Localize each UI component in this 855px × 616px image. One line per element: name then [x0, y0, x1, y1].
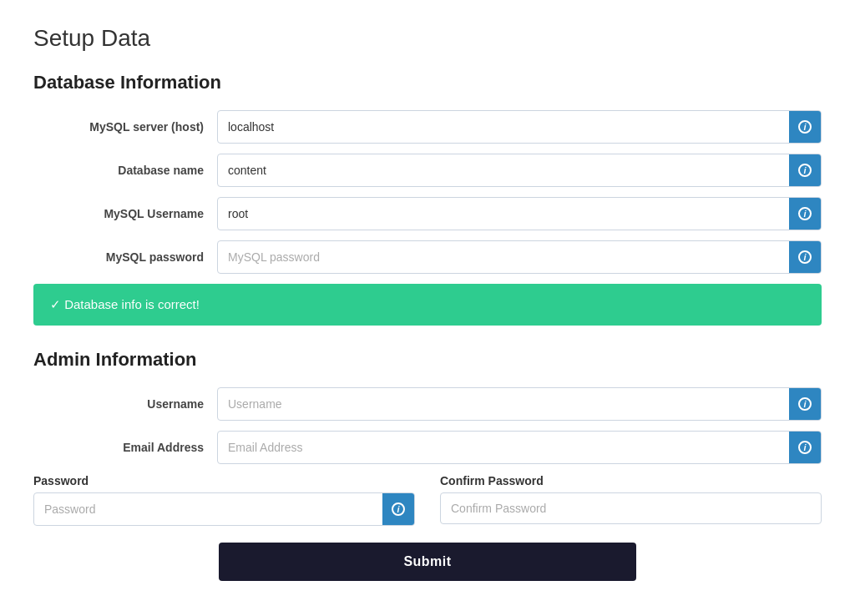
password-label: Password	[33, 474, 415, 487]
db-field-row-mysql-username: MySQL Usernamei	[33, 197, 822, 230]
db-info-button-mysql-username[interactable]: i	[789, 198, 821, 230]
db-input-mysql-username[interactable]	[218, 199, 789, 229]
info-icon: i	[798, 207, 812, 220]
db-field-row-mysql-password: MySQL passwordi	[33, 240, 822, 274]
db-input-wrapper-database-name: i	[217, 154, 822, 187]
password-info-button[interactable]: i	[382, 493, 414, 525]
db-input-wrapper-mysql-password: i	[217, 240, 822, 274]
db-input-wrapper-mysql-host: i	[217, 110, 822, 144]
confirm-password-label: Confirm Password	[440, 474, 822, 487]
db-info-button-mysql-password[interactable]: i	[789, 241, 821, 273]
info-icon: i	[798, 250, 812, 264]
admin-section: Admin Information UsernameiEmail Address…	[33, 349, 822, 526]
db-input-mysql-host[interactable]	[218, 112, 789, 142]
admin-info-button-admin-username[interactable]: i	[789, 388, 821, 420]
db-label-database-name: Database name	[33, 164, 217, 177]
info-icon: i	[798, 397, 812, 411]
password-input-wrapper: i	[33, 492, 415, 526]
database-section: Database Information MySQL server (host)…	[33, 72, 822, 326]
confirm-password-col: Confirm Password	[440, 474, 822, 526]
admin-label-admin-email: Email Address	[33, 441, 217, 454]
db-input-database-name[interactable]	[218, 155, 789, 185]
db-info-button-database-name[interactable]: i	[789, 154, 821, 186]
db-label-mysql-username: MySQL Username	[33, 207, 217, 220]
admin-input-wrapper-admin-email: i	[217, 431, 822, 464]
admin-input-wrapper-admin-username: i	[217, 387, 822, 421]
db-label-mysql-host: MySQL server (host)	[33, 120, 217, 134]
db-label-mysql-password: MySQL password	[33, 250, 217, 264]
database-success-banner: ✓ Database info is correct!	[33, 284, 822, 326]
admin-field-row-admin-email: Email Addressi	[33, 431, 822, 464]
submit-row: Submit	[33, 543, 822, 581]
admin-label-admin-username: Username	[33, 397, 217, 411]
password-row: Password i Confirm Password	[33, 474, 822, 526]
admin-info-button-admin-email[interactable]: i	[789, 432, 821, 463]
db-field-row-mysql-host: MySQL server (host)i	[33, 110, 822, 144]
db-info-button-mysql-host[interactable]: i	[789, 111, 821, 143]
admin-input-admin-email[interactable]	[218, 432, 789, 462]
submit-button[interactable]: Submit	[219, 543, 636, 581]
admin-field-row-admin-username: Usernamei	[33, 387, 822, 421]
admin-section-title: Admin Information	[33, 349, 822, 371]
database-section-title: Database Information	[33, 72, 822, 93]
page-title: Setup Data	[33, 25, 822, 52]
db-input-mysql-password[interactable]	[218, 242, 789, 272]
confirm-password-input-wrapper	[440, 492, 822, 524]
db-input-wrapper-mysql-username: i	[217, 197, 822, 230]
confirm-password-input[interactable]	[441, 493, 821, 523]
info-icon: i	[798, 120, 812, 134]
admin-input-admin-username[interactable]	[218, 389, 789, 419]
info-icon: i	[798, 441, 812, 454]
info-icon: i	[798, 164, 812, 177]
info-icon: i	[392, 502, 405, 516]
db-field-row-database-name: Database namei	[33, 154, 822, 187]
password-col: Password i	[33, 474, 415, 526]
password-input[interactable]	[34, 494, 382, 524]
